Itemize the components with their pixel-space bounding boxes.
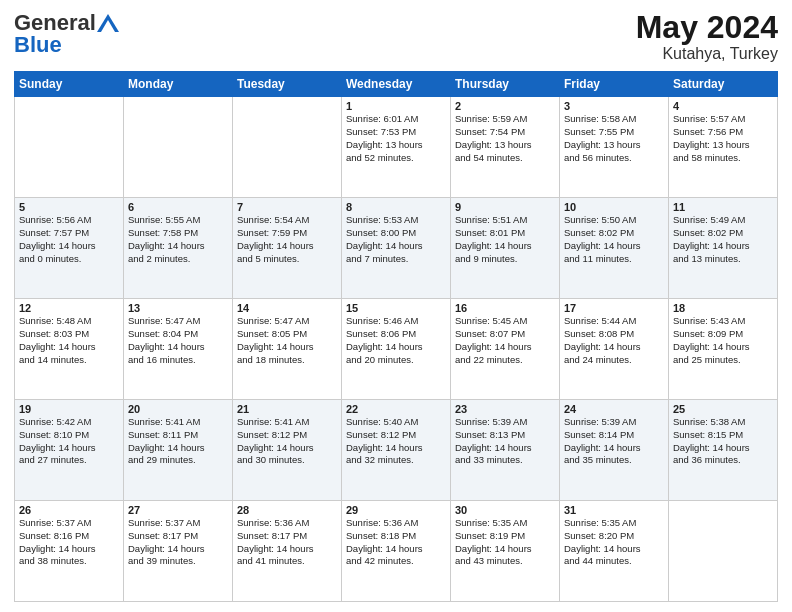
day-info: Sunrise: 5:54 AM Sunset: 7:59 PM Dayligh… (237, 214, 337, 265)
calendar-cell (124, 97, 233, 198)
day-info: Sunrise: 5:43 AM Sunset: 8:09 PM Dayligh… (673, 315, 773, 366)
day-number: 3 (564, 100, 664, 112)
col-monday: Monday (124, 72, 233, 97)
title-block: May 2024 Kutahya, Turkey (636, 10, 778, 63)
day-info: Sunrise: 5:47 AM Sunset: 8:05 PM Dayligh… (237, 315, 337, 366)
col-thursday: Thursday (451, 72, 560, 97)
day-number: 19 (19, 403, 119, 415)
day-number: 5 (19, 201, 119, 213)
calendar-cell: 18Sunrise: 5:43 AM Sunset: 8:09 PM Dayli… (669, 299, 778, 400)
calendar-week-0: 1Sunrise: 6:01 AM Sunset: 7:53 PM Daylig… (15, 97, 778, 198)
col-friday: Friday (560, 72, 669, 97)
calendar-cell: 20Sunrise: 5:41 AM Sunset: 8:11 PM Dayli… (124, 400, 233, 501)
calendar-cell: 24Sunrise: 5:39 AM Sunset: 8:14 PM Dayli… (560, 400, 669, 501)
col-sunday: Sunday (15, 72, 124, 97)
calendar-cell: 12Sunrise: 5:48 AM Sunset: 8:03 PM Dayli… (15, 299, 124, 400)
calendar-cell: 2Sunrise: 5:59 AM Sunset: 7:54 PM Daylig… (451, 97, 560, 198)
calendar-cell: 19Sunrise: 5:42 AM Sunset: 8:10 PM Dayli… (15, 400, 124, 501)
day-number: 27 (128, 504, 228, 516)
calendar-cell: 8Sunrise: 5:53 AM Sunset: 8:00 PM Daylig… (342, 198, 451, 299)
day-number: 4 (673, 100, 773, 112)
day-info: Sunrise: 5:35 AM Sunset: 8:19 PM Dayligh… (455, 517, 555, 568)
day-info: Sunrise: 5:37 AM Sunset: 8:17 PM Dayligh… (128, 517, 228, 568)
day-number: 14 (237, 302, 337, 314)
calendar-cell: 3Sunrise: 5:58 AM Sunset: 7:55 PM Daylig… (560, 97, 669, 198)
day-info: Sunrise: 5:55 AM Sunset: 7:58 PM Dayligh… (128, 214, 228, 265)
calendar-cell: 23Sunrise: 5:39 AM Sunset: 8:13 PM Dayli… (451, 400, 560, 501)
day-info: Sunrise: 5:40 AM Sunset: 8:12 PM Dayligh… (346, 416, 446, 467)
day-number: 13 (128, 302, 228, 314)
day-number: 20 (128, 403, 228, 415)
calendar-cell (669, 501, 778, 602)
calendar-cell: 22Sunrise: 5:40 AM Sunset: 8:12 PM Dayli… (342, 400, 451, 501)
day-info: Sunrise: 5:41 AM Sunset: 8:11 PM Dayligh… (128, 416, 228, 467)
day-number: 2 (455, 100, 555, 112)
calendar-table: Sunday Monday Tuesday Wednesday Thursday… (14, 71, 778, 602)
calendar-week-1: 5Sunrise: 5:56 AM Sunset: 7:57 PM Daylig… (15, 198, 778, 299)
day-number: 28 (237, 504, 337, 516)
day-number: 24 (564, 403, 664, 415)
day-info: Sunrise: 5:45 AM Sunset: 8:07 PM Dayligh… (455, 315, 555, 366)
calendar-cell: 30Sunrise: 5:35 AM Sunset: 8:19 PM Dayli… (451, 501, 560, 602)
day-info: Sunrise: 5:36 AM Sunset: 8:17 PM Dayligh… (237, 517, 337, 568)
day-info: Sunrise: 5:49 AM Sunset: 8:02 PM Dayligh… (673, 214, 773, 265)
calendar-week-4: 26Sunrise: 5:37 AM Sunset: 8:16 PM Dayli… (15, 501, 778, 602)
header: General Blue May 2024 Kutahya, Turkey (14, 10, 778, 63)
day-number: 11 (673, 201, 773, 213)
day-info: Sunrise: 5:59 AM Sunset: 7:54 PM Dayligh… (455, 113, 555, 164)
day-info: Sunrise: 5:35 AM Sunset: 8:20 PM Dayligh… (564, 517, 664, 568)
calendar-header-row: Sunday Monday Tuesday Wednesday Thursday… (15, 72, 778, 97)
day-number: 12 (19, 302, 119, 314)
page: General Blue May 2024 Kutahya, Turkey Su… (0, 0, 792, 612)
day-number: 6 (128, 201, 228, 213)
calendar-cell: 28Sunrise: 5:36 AM Sunset: 8:17 PM Dayli… (233, 501, 342, 602)
calendar-cell: 17Sunrise: 5:44 AM Sunset: 8:08 PM Dayli… (560, 299, 669, 400)
calendar-cell: 6Sunrise: 5:55 AM Sunset: 7:58 PM Daylig… (124, 198, 233, 299)
col-tuesday: Tuesday (233, 72, 342, 97)
day-info: Sunrise: 5:47 AM Sunset: 8:04 PM Dayligh… (128, 315, 228, 366)
day-info: Sunrise: 5:42 AM Sunset: 8:10 PM Dayligh… (19, 416, 119, 467)
day-number: 1 (346, 100, 446, 112)
calendar-cell: 10Sunrise: 5:50 AM Sunset: 8:02 PM Dayli… (560, 198, 669, 299)
col-wednesday: Wednesday (342, 72, 451, 97)
day-number: 29 (346, 504, 446, 516)
day-number: 7 (237, 201, 337, 213)
col-saturday: Saturday (669, 72, 778, 97)
day-number: 10 (564, 201, 664, 213)
day-number: 22 (346, 403, 446, 415)
calendar-cell: 29Sunrise: 5:36 AM Sunset: 8:18 PM Dayli… (342, 501, 451, 602)
day-info: Sunrise: 5:58 AM Sunset: 7:55 PM Dayligh… (564, 113, 664, 164)
day-info: Sunrise: 5:51 AM Sunset: 8:01 PM Dayligh… (455, 214, 555, 265)
day-number: 25 (673, 403, 773, 415)
day-info: Sunrise: 5:41 AM Sunset: 8:12 PM Dayligh… (237, 416, 337, 467)
calendar-cell: 14Sunrise: 5:47 AM Sunset: 8:05 PM Dayli… (233, 299, 342, 400)
calendar-cell: 4Sunrise: 5:57 AM Sunset: 7:56 PM Daylig… (669, 97, 778, 198)
day-info: Sunrise: 5:39 AM Sunset: 8:13 PM Dayligh… (455, 416, 555, 467)
calendar-cell: 21Sunrise: 5:41 AM Sunset: 8:12 PM Dayli… (233, 400, 342, 501)
day-number: 23 (455, 403, 555, 415)
calendar-week-2: 12Sunrise: 5:48 AM Sunset: 8:03 PM Dayli… (15, 299, 778, 400)
day-number: 8 (346, 201, 446, 213)
calendar-cell: 27Sunrise: 5:37 AM Sunset: 8:17 PM Dayli… (124, 501, 233, 602)
day-info: Sunrise: 5:46 AM Sunset: 8:06 PM Dayligh… (346, 315, 446, 366)
day-info: Sunrise: 5:57 AM Sunset: 7:56 PM Dayligh… (673, 113, 773, 164)
day-number: 18 (673, 302, 773, 314)
day-info: Sunrise: 5:44 AM Sunset: 8:08 PM Dayligh… (564, 315, 664, 366)
calendar-cell: 7Sunrise: 5:54 AM Sunset: 7:59 PM Daylig… (233, 198, 342, 299)
calendar-cell: 26Sunrise: 5:37 AM Sunset: 8:16 PM Dayli… (15, 501, 124, 602)
logo: General Blue (14, 10, 120, 58)
calendar-cell: 13Sunrise: 5:47 AM Sunset: 8:04 PM Dayli… (124, 299, 233, 400)
calendar-cell: 16Sunrise: 5:45 AM Sunset: 8:07 PM Dayli… (451, 299, 560, 400)
calendar-cell: 9Sunrise: 5:51 AM Sunset: 8:01 PM Daylig… (451, 198, 560, 299)
day-info: Sunrise: 5:37 AM Sunset: 8:16 PM Dayligh… (19, 517, 119, 568)
logo-icon (97, 14, 119, 32)
day-number: 9 (455, 201, 555, 213)
day-info: Sunrise: 5:48 AM Sunset: 8:03 PM Dayligh… (19, 315, 119, 366)
day-info: Sunrise: 5:53 AM Sunset: 8:00 PM Dayligh… (346, 214, 446, 265)
calendar-cell (233, 97, 342, 198)
calendar-cell: 11Sunrise: 5:49 AM Sunset: 8:02 PM Dayli… (669, 198, 778, 299)
day-info: Sunrise: 5:38 AM Sunset: 8:15 PM Dayligh… (673, 416, 773, 467)
day-number: 31 (564, 504, 664, 516)
title-location: Kutahya, Turkey (636, 45, 778, 63)
calendar-cell: 25Sunrise: 5:38 AM Sunset: 8:15 PM Dayli… (669, 400, 778, 501)
